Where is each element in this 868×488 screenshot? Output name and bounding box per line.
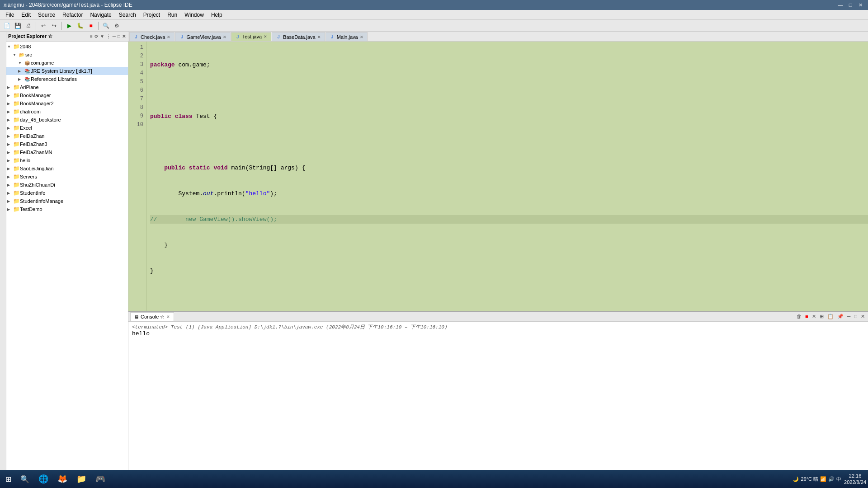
editor-content[interactable]: 1 2 3 4 5 6 7 8 9 10 package com.game; p… xyxy=(128,42,868,311)
console-scroll-lock[interactable]: ⊞ xyxy=(818,313,825,320)
label-feidazhan: FeiDaZhan xyxy=(20,133,44,139)
tree-item-bookstore[interactable]: ▶ 📁 day_45_bookstore xyxy=(6,116,128,124)
label-excel: Excel xyxy=(20,125,32,131)
menu-navigate[interactable]: Navigate xyxy=(86,10,115,19)
tab-close-test[interactable]: ✕ xyxy=(264,34,267,39)
label-shuzhi: ShuZhiChuanDi xyxy=(20,182,55,188)
tree-item-bookmanager2[interactable]: ▶ 📁 BookManager2 xyxy=(6,99,128,108)
menu-refactor[interactable]: Refactor xyxy=(59,10,86,19)
taskbar-ie[interactable]: 🌐 xyxy=(35,471,52,487)
toolbar-settings[interactable]: ⚙ xyxy=(112,21,122,31)
tree-item-hello[interactable]: ▶ 📁 hello xyxy=(6,156,128,164)
tree-item-2048[interactable]: ▼ 📁 2048 xyxy=(6,42,128,51)
toolbar-stop[interactable]: ■ xyxy=(86,21,96,31)
arrow-feidazhan: ▶ xyxy=(7,134,13,138)
tab-close-basedata[interactable]: ✕ xyxy=(317,35,321,39)
menu-file[interactable]: File xyxy=(2,10,18,19)
menu-window[interactable]: Window xyxy=(181,10,208,19)
taskbar-weather-text: 26°C 晴 xyxy=(801,476,818,483)
console-remove-btn[interactable]: ✕ xyxy=(811,313,817,320)
taskbar-right: 🌙 26°C 晴 📶 🔊 中 22:16 2022/8/24 xyxy=(793,473,866,486)
toolbar-sep1 xyxy=(36,22,36,30)
toolbar-print[interactable]: 🖨 xyxy=(24,21,33,31)
explorer-sync[interactable]: ⟳ xyxy=(94,33,99,39)
toolbar-search[interactable]: 🔍 xyxy=(101,21,111,31)
menu-edit[interactable]: Edit xyxy=(18,10,34,19)
icon-bookmanager: 📁 xyxy=(13,92,20,99)
tree-item-feidazhan3[interactable]: ▶ 📁 FeiDaZhan3 xyxy=(6,140,128,148)
console-tab-close-icon[interactable]: ✕ xyxy=(166,314,170,319)
toolbar-new[interactable]: 📄 xyxy=(2,21,12,31)
tab-close-gameview[interactable]: ✕ xyxy=(223,35,226,39)
menu-run[interactable]: Run xyxy=(164,10,181,19)
icon-excel: 📁 xyxy=(13,124,20,131)
close-button[interactable]: ✕ xyxy=(856,1,864,9)
toolbar-save[interactable]: 💾 xyxy=(13,21,23,31)
taskbar-search[interactable]: 🔍 xyxy=(17,471,33,487)
toolbar-run[interactable]: ▶ xyxy=(64,21,74,31)
tree-item-jre[interactable]: ▶ 📚 JRE System Library [jdk1.7] xyxy=(6,67,128,75)
tree-item-ariplane[interactable]: ▶ 📁 AriPlane xyxy=(6,83,128,91)
tree-item-excel[interactable]: ▶ 📁 Excel xyxy=(6,124,128,132)
maximize-button[interactable]: □ xyxy=(846,1,854,9)
toolbar-undo[interactable]: ↩ xyxy=(38,21,48,31)
label-src: src xyxy=(25,52,32,57)
explorer-close[interactable]: ✕ xyxy=(122,33,126,39)
explorer-minimize[interactable]: ─ xyxy=(112,33,116,39)
taskbar-time: 22:16 xyxy=(844,473,866,479)
tab-label-test: Test.java xyxy=(242,34,262,39)
tree-item-studentinfo[interactable]: ▶ 📁 StudentInfo xyxy=(6,189,128,197)
editor-area: J Check.java ✕ J GameView.java ✕ J Test.… xyxy=(128,32,868,478)
minimize-button[interactable]: — xyxy=(836,1,844,9)
console-tab-main[interactable]: 🖥 Console ☆ ✕ xyxy=(130,312,174,321)
tab-check-java[interactable]: J Check.java ✕ xyxy=(129,32,175,41)
menu-project[interactable]: Project xyxy=(140,10,164,19)
tab-test-java[interactable]: J Test.java ✕ xyxy=(231,32,271,41)
tree-item-feidazhanmn[interactable]: ▶ 📁 FeiDaZhanMN xyxy=(6,148,128,156)
tab-basedata-java[interactable]: J BaseData.java ✕ xyxy=(272,32,325,41)
menu-help[interactable]: Help xyxy=(208,10,226,19)
toolbar-redo[interactable]: ↪ xyxy=(49,21,59,31)
tree-item-bookmanager[interactable]: ▶ 📁 BookManager xyxy=(6,91,128,99)
code-text[interactable]: package com.game; public class Test { pu… xyxy=(146,42,868,311)
tree-item-studentinfomanage[interactable]: ▶ 📁 StudentInfoManage xyxy=(6,197,128,205)
tab-main-java[interactable]: J Main.java ✕ xyxy=(326,32,368,41)
tab-close-check[interactable]: ✕ xyxy=(167,35,170,39)
icon-chatroom: 📁 xyxy=(13,108,20,115)
arrow-feidazhanmn: ▶ xyxy=(7,150,13,155)
arrow-saolei: ▶ xyxy=(7,167,13,171)
toolbar-debug[interactable]: 🐛 xyxy=(75,21,85,31)
menu-search[interactable]: Search xyxy=(115,10,140,19)
tree-item-com-game[interactable]: ▼ 📦 com.game xyxy=(6,59,128,67)
console-pin-btn[interactable]: 📌 xyxy=(836,313,845,320)
console-close-btn[interactable]: ✕ xyxy=(859,313,866,320)
tree-item-servers[interactable]: ▶ 📁 Servers xyxy=(6,173,128,181)
tab-close-main[interactable]: ✕ xyxy=(360,35,363,39)
explorer-more[interactable]: ⋮ xyxy=(106,33,111,39)
tree-item-shuzhi[interactable]: ▶ 📁 ShuZhiChuanDi xyxy=(6,181,128,189)
console-copy-btn[interactable]: 📋 xyxy=(826,313,835,320)
tree-item-chatroom[interactable]: ▶ 📁 chatroom xyxy=(6,108,128,116)
console-maximize-btn[interactable]: □ xyxy=(853,313,859,320)
icon-feidazhanmn: 📁 xyxy=(13,149,20,156)
console-minimize-btn[interactable]: ─ xyxy=(846,313,852,320)
tree-item-feidazhan[interactable]: ▶ 📁 FeiDaZhan xyxy=(6,132,128,140)
console-terminate-btn[interactable]: ■ xyxy=(804,313,810,320)
menu-source[interactable]: Source xyxy=(34,10,59,19)
tab-gameview-java[interactable]: J GameView.java ✕ xyxy=(175,32,230,41)
code-line-10 xyxy=(150,292,868,301)
taskbar-explorer[interactable]: 📁 xyxy=(73,471,90,487)
taskbar-start[interactable]: ⊞ xyxy=(2,471,15,487)
explorer-maximize[interactable]: □ xyxy=(117,33,121,39)
bottom-panel: 🖥 Console ☆ ✕ 🗑 ■ ✕ ⊞ 📋 📌 ─ □ ✕ xyxy=(128,311,868,478)
tree-item-saolei[interactable]: ▶ 📁 SaoLeiJingJian xyxy=(6,164,128,173)
arrow-bookmanager2: ▶ xyxy=(7,102,13,106)
taskbar-eclipse[interactable]: 🎮 xyxy=(92,471,109,487)
explorer-filter[interactable]: ▼ xyxy=(99,33,105,39)
console-clear-btn[interactable]: 🗑 xyxy=(795,313,803,320)
tree-item-testdemo[interactable]: ▶ 📁 TestDemo xyxy=(6,205,128,213)
tree-item-ref-libs[interactable]: ▶ 📚 Referenced Libraries xyxy=(6,75,128,83)
tree-item-src[interactable]: ▼ 📂 src xyxy=(6,51,128,59)
taskbar-firefox[interactable]: 🦊 xyxy=(54,471,71,487)
explorer-collapse-all[interactable]: ≡ xyxy=(90,33,93,39)
